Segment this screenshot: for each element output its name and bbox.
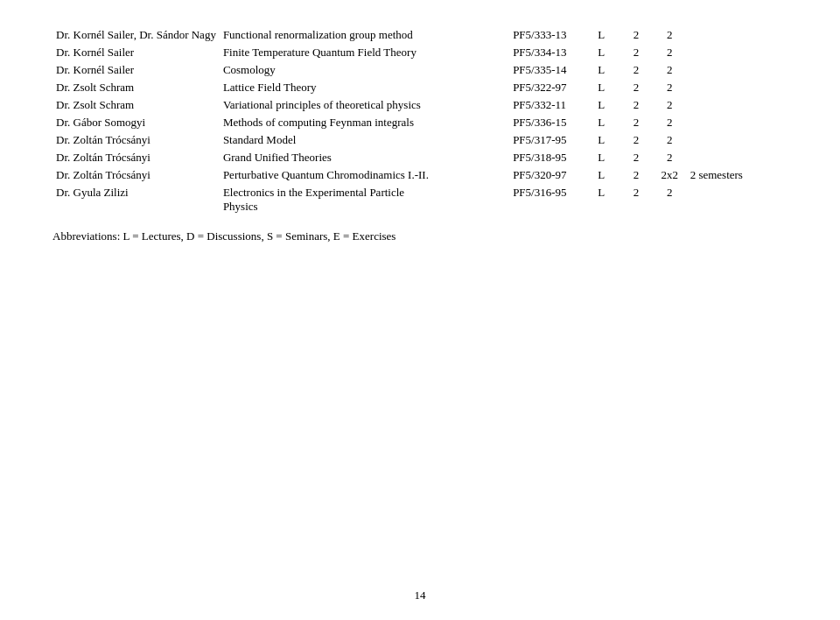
note-cell [687, 184, 788, 215]
note-cell [687, 131, 788, 149]
table-row: Dr. Zoltán TrócsányiPerturbative Quantum… [52, 166, 788, 184]
type-cell: L [594, 61, 620, 79]
course-cell: Perturbative Quantum Chromodinamics I.-I… [220, 166, 509, 184]
code-cell: PF5/334-13 [509, 44, 594, 61]
note-cell [687, 114, 788, 131]
hours1-cell: 2 [620, 166, 653, 184]
code-cell: PF5/322-97 [509, 79, 594, 96]
hours2-cell: 2x2 [653, 166, 687, 184]
table-row: Dr. Zsolt SchramLattice Field TheoryPF5/… [52, 79, 788, 96]
note-cell [687, 61, 788, 79]
table-row: Dr. Zoltán TrócsányiGrand Unified Theori… [52, 149, 788, 166]
instructor-cell: Dr. Gyula Zilizi [52, 184, 220, 215]
note-cell [687, 96, 788, 114]
instructor-cell: Dr. Kornél Sailer [52, 61, 220, 79]
hours2-cell: 2 [653, 61, 687, 79]
type-cell: L [594, 114, 620, 131]
type-cell: L [594, 26, 620, 44]
hours2-cell: 2 [653, 149, 687, 166]
type-cell: L [594, 44, 620, 61]
type-cell: L [594, 131, 620, 149]
course-table: Dr. Kornél Sailer, Dr. Sándor NagyFuncti… [52, 26, 788, 215]
hours2-cell: 2 [653, 184, 687, 215]
table-row: Dr. Kornél SailerCosmologyPF5/335-14L22 [52, 61, 788, 79]
note-cell [687, 79, 788, 96]
course-cell: Grand Unified Theories [220, 149, 509, 166]
course-cell: Methods of computing Feynman integrals [220, 114, 509, 131]
course-cell: Finite Temperature Quantum Field Theory [220, 44, 509, 61]
instructor-cell: Dr. Kornél Sailer [52, 44, 220, 61]
abbreviations-text: Abbreviations: L = Lectures, D = Discuss… [52, 229, 788, 243]
hours1-cell: 2 [620, 44, 653, 61]
note-cell [687, 44, 788, 61]
instructor-cell: Dr. Gábor Somogyi [52, 114, 220, 131]
table-row: Dr. Zsolt SchramVariational principles o… [52, 96, 788, 114]
code-cell: PF5/317-95 [509, 131, 594, 149]
hours2-cell: 2 [653, 96, 687, 114]
table-row: Dr. Kornél SailerFinite Temperature Quan… [52, 44, 788, 61]
hours1-cell: 2 [620, 96, 653, 114]
code-cell: PF5/335-14 [509, 61, 594, 79]
note-cell: 2 semesters [687, 166, 788, 184]
instructor-cell: Dr. Kornél Sailer, Dr. Sándor Nagy [52, 26, 220, 44]
hours1-cell: 2 [620, 149, 653, 166]
course-cell: Cosmology [220, 61, 509, 79]
note-cell [687, 149, 788, 166]
page-number: 14 [415, 588, 426, 602]
hours1-cell: 2 [620, 131, 653, 149]
table-row: Dr. Gyula ZiliziElectronics in the Exper… [52, 184, 788, 215]
page: Dr. Kornél Sailer, Dr. Sándor NagyFuncti… [0, 0, 840, 620]
type-cell: L [594, 79, 620, 96]
table-row: Dr. Gábor SomogyiMethods of computing Fe… [52, 114, 788, 131]
code-cell: PF5/318-95 [509, 149, 594, 166]
code-cell: PF5/336-15 [509, 114, 594, 131]
type-cell: L [594, 184, 620, 215]
table-row: Dr. Kornél Sailer, Dr. Sándor NagyFuncti… [52, 26, 788, 44]
hours2-cell: 2 [653, 114, 687, 131]
course-cell: Lattice Field Theory [220, 79, 509, 96]
hours2-cell: 2 [653, 131, 687, 149]
type-cell: L [594, 96, 620, 114]
instructor-cell: Dr. Zsolt Schram [52, 79, 220, 96]
hours1-cell: 2 [620, 61, 653, 79]
course-cell: Standard Model [220, 131, 509, 149]
code-cell: PF5/316-95 [509, 184, 594, 215]
hours1-cell: 2 [620, 79, 653, 96]
course-cell: Electronics in the Experimental Particle… [220, 184, 509, 215]
hours2-cell: 2 [653, 79, 687, 96]
hours2-cell: 2 [653, 44, 687, 61]
code-cell: PF5/332-11 [509, 96, 594, 114]
hours2-cell: 2 [653, 26, 687, 44]
course-cell: Functional renormalization group method [220, 26, 509, 44]
type-cell: L [594, 166, 620, 184]
instructor-cell: Dr. Zoltán Trócsányi [52, 131, 220, 149]
instructor-cell: Dr. Zoltán Trócsányi [52, 149, 220, 166]
table-row: Dr. Zoltán TrócsányiStandard ModelPF5/31… [52, 131, 788, 149]
hours1-cell: 2 [620, 114, 653, 131]
code-cell: PF5/320-97 [509, 166, 594, 184]
course-cell: Variational principles of theoretical ph… [220, 96, 509, 114]
hours1-cell: 2 [620, 184, 653, 215]
instructor-cell: Dr. Zsolt Schram [52, 96, 220, 114]
instructor-cell: Dr. Zoltán Trócsányi [52, 166, 220, 184]
code-cell: PF5/333-13 [509, 26, 594, 44]
hours1-cell: 2 [620, 26, 653, 44]
note-cell [687, 26, 788, 44]
type-cell: L [594, 149, 620, 166]
